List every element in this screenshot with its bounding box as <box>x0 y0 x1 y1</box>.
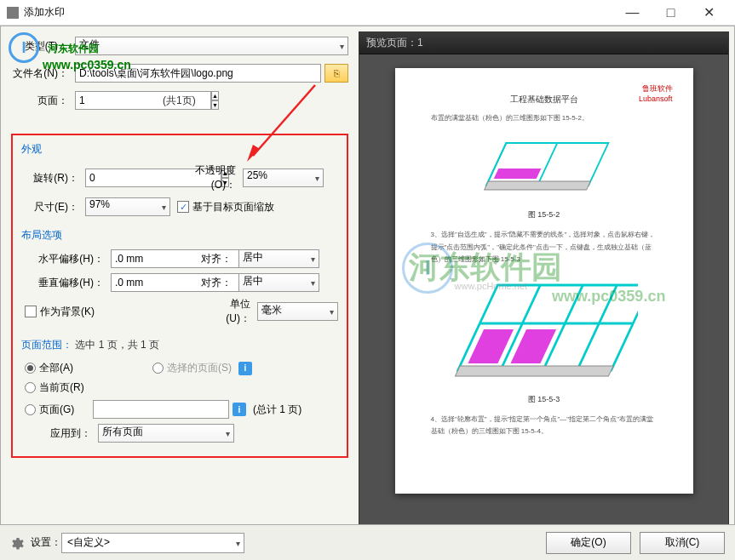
chevron-down-icon: ▾ <box>311 254 315 264</box>
annotation-arrow-icon <box>243 81 319 162</box>
page-total-label: (共1页) <box>163 94 196 108</box>
type-label: 类型(T)： <box>11 39 75 54</box>
page-preview: 鲁班软件 Lubansoft 工程基础数据平台 布置的满堂基础（粉色）的三维图形… <box>395 68 693 494</box>
hoffset-label: 水平偏移(H)： <box>21 252 111 266</box>
chevron-down-icon: ▾ <box>162 203 166 212</box>
model-3d-image-1 <box>468 134 621 203</box>
rotate-spinner[interactable]: ▲▼ <box>85 169 170 187</box>
type-value: 文件 <box>79 38 100 50</box>
hoffset-spinner[interactable]: ▲▼ <box>111 249 192 268</box>
doc-text-1: 布置的满堂基础（粉色）的三维图形如下图 15-5-2。 <box>421 109 668 128</box>
ok-button[interactable]: 确定(O) <box>546 532 631 554</box>
settings-label: 设置： <box>31 535 61 550</box>
halign-label: 对齐： <box>192 252 238 266</box>
minimize-button[interactable]: — <box>613 0 652 26</box>
svg-rect-13 <box>455 366 613 376</box>
page-range-title: 页面范围： <box>21 339 72 351</box>
valign-value: 居中 <box>243 275 263 287</box>
doc-caption-2: 图 15-5-3 <box>421 394 668 405</box>
svg-marker-1 <box>247 145 260 162</box>
apply-combo[interactable]: 所有页面 ▾ <box>98 424 234 443</box>
chevron-down-icon: ▾ <box>236 538 240 547</box>
apply-value: 所有页面 <box>102 426 143 437</box>
halign-value: 居中 <box>243 251 263 263</box>
radio-current[interactable] <box>25 382 36 393</box>
doc-text-3: 4、选择"轮廓布置"，提示"指定第一个角点"—"指定第二个角点"布置的满堂基础（… <box>421 410 668 442</box>
radio-selected-label: 选择的页面(S) <box>167 361 232 375</box>
svg-line-8 <box>543 285 583 370</box>
highlighted-section: 外观 旋转(R)： ▲▼ 不透明度(O)： 25% ▾ 尺寸(E)： 97% <box>11 134 348 458</box>
opacity-label: 不透明度(O)： <box>170 163 243 192</box>
type-combo[interactable]: 文件 ▾ <box>75 37 348 55</box>
radio-current-label: 当前页(R) <box>39 380 84 395</box>
window-title: 添加水印 <box>24 5 613 20</box>
chevron-down-icon: ▾ <box>315 174 319 183</box>
svg-rect-3 <box>486 143 557 186</box>
bottom-bar: 设置： <自定义> ▾ 确定(O) 取消(C) <box>0 524 735 560</box>
size-value: 97% <box>89 198 110 210</box>
page-spinner[interactable]: ▲ ▼ <box>75 91 156 110</box>
chevron-down-icon: ▾ <box>340 42 344 51</box>
unit-value: 毫米 <box>261 304 282 316</box>
doc-text-2: 3、选择"自选生成"，提示"隐藏不需要的线条"，选择对象，点击鼠标右键，提示"点… <box>421 226 668 269</box>
main-content: 类型(T)： 文件 ▾ 文件名(N)： ⎘ 页面： ▲ ▼ (共1页) <box>0 26 735 560</box>
size-label: 尺寸(E)： <box>21 200 85 214</box>
radio-pages-label: 页面(G) <box>39 403 74 417</box>
spinner-up-icon[interactable]: ▲ <box>211 91 219 100</box>
info-icon[interactable]: i <box>233 403 246 416</box>
app-icon <box>7 7 19 19</box>
radio-all[interactable] <box>25 363 36 374</box>
layout-title: 布局选项 <box>21 228 338 243</box>
chevron-down-icon: ▾ <box>226 429 230 438</box>
pages-input[interactable] <box>93 400 229 419</box>
background-checkbox[interactable] <box>25 306 37 317</box>
chevron-down-icon: ▾ <box>330 307 334 317</box>
rotate-label: 旋转(R)： <box>21 171 85 186</box>
browse-button[interactable]: ⎘ <box>324 64 348 83</box>
preview-header: 预览页面：1 <box>359 32 728 54</box>
scale-checkbox-label: 基于目标页面缩放 <box>192 200 274 214</box>
spinner-down-icon[interactable]: ▼ <box>211 100 219 110</box>
filename-input[interactable] <box>75 64 321 83</box>
filename-label: 文件名(N)： <box>11 66 75 81</box>
close-button[interactable]: ✕ <box>690 0 728 26</box>
radio-all-label: 全部(A) <box>39 361 73 375</box>
settings-panel: 类型(T)： 文件 ▾ 文件名(N)： ⎘ 页面： ▲ ▼ (共1页) <box>1 26 359 559</box>
unit-label: 单位(U)： <box>206 297 257 326</box>
cancel-button[interactable]: 取消(C) <box>640 532 725 554</box>
scale-checkbox[interactable]: ✓ <box>177 201 189 213</box>
doc-title: 工程基础数据平台 <box>421 94 668 106</box>
apply-label: 应用到： <box>21 426 98 441</box>
preview-body: 鲁班软件 Lubansoft 工程基础数据平台 布置的满堂基础（粉色）的三维图形… <box>359 54 728 528</box>
lubansoft-logo: 鲁班软件 Lubansoft <box>639 83 673 103</box>
doc-caption-1: 图 15-5-2 <box>421 209 668 220</box>
voffset-label: 垂直偏移(H)： <box>21 276 111 290</box>
chevron-down-icon: ▾ <box>311 278 315 288</box>
gear-icon <box>10 535 26 551</box>
valign-combo[interactable]: 居中▾ <box>238 273 319 292</box>
maximize-button[interactable]: □ <box>652 0 690 26</box>
size-combo[interactable]: 97% ▾ <box>85 197 170 216</box>
info-icon[interactable]: i <box>238 362 252 375</box>
page-range-summary: 选中 1 页，共 1 页 <box>75 339 159 351</box>
svg-rect-5 <box>493 169 541 179</box>
radio-selected[interactable] <box>152 363 164 374</box>
model-3d-image-2 <box>451 277 638 387</box>
radio-pages[interactable] <box>25 404 36 415</box>
background-label: 作为背景(K) <box>40 305 95 319</box>
opacity-combo[interactable]: 25% ▾ <box>243 169 324 187</box>
svg-line-9 <box>577 285 617 370</box>
unit-combo[interactable]: 毫米▾ <box>257 302 338 321</box>
valign-label: 对齐： <box>192 276 238 290</box>
opacity-value: 25% <box>247 169 267 181</box>
svg-rect-4 <box>484 181 590 190</box>
voffset-spinner[interactable]: ▲▼ <box>111 273 192 292</box>
halign-combo[interactable]: 居中▾ <box>238 249 319 268</box>
watermark-phone: www.pcHome.net <box>455 281 528 291</box>
preview-panel: 预览页面：1 鲁班软件 Lubansoft 工程基础数据平台 布置的满堂基础（粉… <box>359 31 729 554</box>
settings-combo[interactable]: <自定义> ▾ <box>61 533 244 553</box>
settings-value: <自定义> <box>67 535 110 550</box>
titlebar: 添加水印 — □ ✕ <box>0 0 735 26</box>
svg-line-0 <box>253 85 315 156</box>
page-label: 页面： <box>11 94 75 108</box>
